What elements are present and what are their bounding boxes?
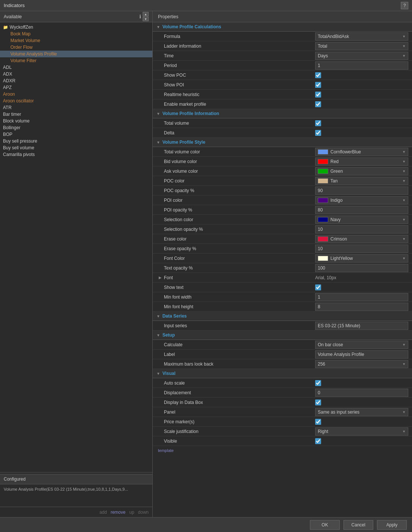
right-panel: Properties ▼ Volume Profile Calculations… — [153, 11, 412, 517]
total-vol-color-arrow: ▼ — [402, 150, 406, 154]
tree-item-buy-sell-pressure[interactable]: Buy sell pressure — [0, 138, 152, 144]
down-link[interactable]: down — [138, 510, 149, 515]
panel-dropdown[interactable]: Same as input series ▼ — [315, 408, 408, 416]
tree-item-buy-sell-volume[interactable]: Buy sell volume — [0, 144, 152, 151]
apply-button[interactable]: Apply — [377, 520, 407, 530]
displacement-input[interactable] — [315, 389, 408, 397]
min-font-width-input[interactable] — [315, 293, 408, 301]
prop-value-calculate: On bar close ▼ — [315, 341, 408, 349]
prop-erase-opacity: Erase opacity % — [153, 244, 412, 254]
section-volume-profile-style[interactable]: ▼ Volume Profile Style — [153, 138, 412, 147]
erase-opacity-input[interactable] — [315, 245, 408, 253]
show-poc-checkbox[interactable] — [315, 72, 321, 78]
display-data-box-checkbox[interactable] — [315, 399, 321, 405]
tree-item-apz[interactable]: APZ — [0, 84, 152, 91]
section-visual[interactable]: ▼ Visual — [153, 369, 412, 378]
tree-item-orderflow[interactable]: Order Flow — [0, 44, 152, 51]
show-poi-checkbox[interactable] — [315, 82, 321, 88]
help-button[interactable]: ? — [401, 2, 408, 9]
tree-item-bop[interactable]: BOP — [0, 131, 152, 138]
realtime-checkbox[interactable] — [315, 92, 321, 98]
prop-label-poi-opacity: POI opacity % — [164, 206, 315, 214]
tree-item-block-volume[interactable]: Block volume — [0, 118, 152, 124]
tree-item-aroon[interactable]: Aroon — [0, 91, 152, 98]
section-data-series[interactable]: ▼ Data Series — [153, 312, 412, 321]
visible-checkbox[interactable] — [315, 438, 321, 444]
tree-item-marketvolume[interactable]: Market Volume — [0, 37, 152, 44]
selection-opacity-input[interactable] — [315, 225, 408, 233]
tree-item-camarilla[interactable]: Camarilla pivots — [0, 151, 152, 158]
scroll-down-btn[interactable]: ▼ — [143, 17, 149, 21]
available-header-left: Available — [4, 14, 22, 19]
prop-value-min-font-height — [315, 303, 408, 311]
tree-item-volumefilter[interactable]: Volume Filter — [0, 57, 152, 64]
panel-value: Same as input series — [318, 410, 359, 415]
prop-label-total-volume: Total volume — [164, 120, 315, 127]
total-volume-checkbox[interactable] — [315, 120, 321, 126]
poi-color-arrow: ▼ — [402, 198, 406, 202]
scale-justification-dropdown[interactable]: Right ▼ — [315, 427, 408, 436]
poc-color-swatch — [318, 178, 328, 184]
total-vol-color-dropdown[interactable]: CornflowerBlue ▼ — [315, 148, 408, 156]
template-link[interactable]: template — [158, 448, 174, 453]
show-text-checkbox[interactable] — [315, 284, 321, 290]
text-opacity-input[interactable] — [315, 264, 408, 272]
selection-color-dropdown[interactable]: Navy ▼ — [315, 216, 408, 224]
scroll-up-btn[interactable]: ▲ — [143, 12, 149, 16]
market-profile-checkbox[interactable] — [315, 101, 321, 107]
formula-dropdown-arrow: ▼ — [402, 35, 406, 38]
formula-dropdown[interactable]: TotalAndBidAsk ▼ — [315, 32, 408, 41]
tree-item-adl[interactable]: ADL — [0, 64, 152, 71]
max-bars-dropdown[interactable]: 256 ▼ — [315, 360, 408, 368]
panel-separator — [0, 472, 152, 472]
poc-opacity-input[interactable] — [315, 187, 408, 195]
prop-label-auto-scale: Auto scale — [164, 379, 315, 387]
cancel-button[interactable]: Cancel — [343, 520, 373, 530]
section-volume-profile-information[interactable]: ▼ Volume Profile Information — [153, 109, 412, 118]
tree-item-adxr[interactable]: ADXR — [0, 77, 152, 84]
time-value: Days — [318, 53, 328, 58]
up-link[interactable]: up — [129, 510, 134, 515]
folder-wyckoffzen[interactable]: 📁 WyckoffZen — [0, 24, 152, 31]
ok-button[interactable]: OK — [310, 520, 340, 530]
calculate-dropdown-arrow: ▼ — [402, 343, 406, 347]
price-markers-checkbox[interactable] — [315, 419, 321, 425]
prop-value-text-opacity — [315, 264, 408, 272]
erase-color-dropdown[interactable]: Crimson ▼ — [315, 235, 408, 243]
prop-value-poc-color: Tan ▼ — [315, 177, 408, 185]
section-volume-profile-calculations[interactable]: ▼ Volume Profile Calculations — [153, 22, 412, 32]
prop-font[interactable]: ▶ Font Arial, 10px — [153, 273, 412, 283]
prop-displacement: Displacement — [153, 388, 412, 398]
section-setup[interactable]: ▼ Setup — [153, 331, 412, 340]
remove-link[interactable]: remove — [111, 510, 126, 515]
prop-label-displacement: Displacement — [164, 389, 315, 396]
tree-item-bollinger[interactable]: Bollinger — [0, 124, 152, 131]
tree-item-bar-timer[interactable]: Bar timer — [0, 111, 152, 118]
font-color-dropdown[interactable]: LightYellow ▼ — [315, 254, 408, 262]
prop-text-opacity: Text opacity % — [153, 263, 412, 273]
configured-item[interactable]: Volume Analysis Profile(ES 03-22 (15 Min… — [0, 486, 152, 493]
prop-label-price-markers: Price marker(s) — [164, 418, 315, 426]
ask-vol-color-dropdown[interactable]: Green ▼ — [315, 167, 408, 175]
tree-item-bookmap[interactable]: Book Map — [0, 31, 152, 37]
poi-color-dropdown[interactable]: Indigo ▼ — [315, 196, 408, 204]
time-dropdown[interactable]: Days ▼ — [315, 52, 408, 60]
calculate-dropdown[interactable]: On bar close ▼ — [315, 341, 408, 349]
min-font-height-input[interactable] — [315, 303, 408, 311]
info-icon[interactable]: ℹ — [139, 14, 141, 19]
tree-item-aroon-osc[interactable]: Aroon oscillator — [0, 98, 152, 104]
bid-vol-color-dropdown[interactable]: Red ▼ — [315, 157, 408, 166]
poc-color-dropdown[interactable]: Tan ▼ — [315, 177, 408, 185]
input-series-field[interactable] — [315, 322, 408, 330]
add-link[interactable]: add — [99, 510, 107, 515]
label-field[interactable] — [315, 350, 408, 359]
tree-item-atr[interactable]: ATR — [0, 104, 152, 111]
prop-label-max-bars: Maximum bars look back — [164, 360, 315, 368]
auto-scale-checkbox[interactable] — [315, 380, 321, 386]
tree-item-volumeanalysis[interactable]: Volume Analysis Profile — [0, 51, 152, 57]
ladder-dropdown[interactable]: Total ▼ — [315, 42, 408, 50]
period-input[interactable] — [315, 61, 408, 70]
poi-opacity-input[interactable] — [315, 206, 408, 214]
tree-item-adx[interactable]: ADX — [0, 71, 152, 77]
delta-checkbox[interactable] — [315, 130, 321, 136]
